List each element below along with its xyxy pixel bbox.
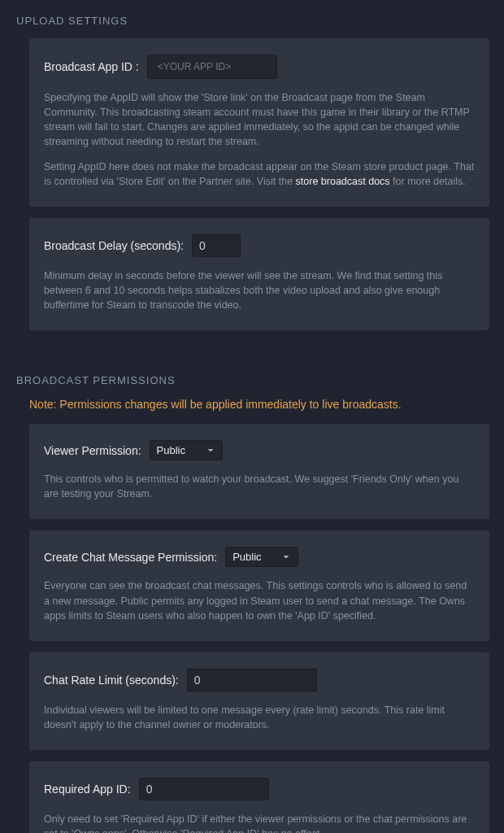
broadcast-appid-panel: Broadcast App ID : Specifying the AppID … (29, 38, 489, 207)
required-appid-input[interactable] (139, 778, 269, 800)
chat-permission-panel: Create Chat Message Permission: Public E… (29, 530, 489, 640)
broadcast-appid-desc2: Setting AppID here does not make the bro… (44, 159, 475, 189)
store-broadcast-docs-link[interactable]: store broadcast docs (296, 176, 390, 187)
broadcast-appid-desc2-post: for more details. (390, 176, 466, 187)
broadcast-delay-desc: Minimum delay in seconds before the view… (44, 268, 475, 312)
required-appid-label: Required App ID: (44, 783, 131, 796)
broadcast-appid-label: Broadcast App ID : (44, 60, 139, 73)
broadcast-appid-input[interactable] (147, 55, 277, 79)
viewer-permission-label: Viewer Permission: (44, 444, 141, 457)
chat-permission-label: Create Chat Message Permission: (44, 551, 217, 564)
broadcast-permissions-title: BROADCAST PERMISSIONS (16, 374, 489, 386)
broadcast-delay-panel: Broadcast Delay (seconds): Minimum delay… (29, 218, 489, 330)
chat-rate-limit-panel: Chat Rate Limit (seconds): Individual vi… (29, 652, 489, 750)
chat-rate-limit-label: Chat Rate Limit (seconds): (44, 674, 179, 687)
chat-rate-limit-desc: Individual viewers will be limited to on… (44, 703, 475, 732)
broadcast-appid-desc1: Specifying the AppID will show the 'Stor… (44, 90, 475, 150)
viewer-permission-select[interactable]: Public (150, 440, 223, 460)
chat-permission-desc: Everyone can see the broadcast chat mess… (44, 578, 475, 622)
broadcast-delay-label: Broadcast Delay (seconds): (44, 239, 184, 252)
viewer-permission-desc: This controls who is permitted to watch … (44, 472, 475, 501)
broadcast-delay-input[interactable] (192, 234, 241, 257)
required-appid-desc: Only need to set 'Required App ID' if ei… (44, 812, 475, 833)
upload-settings-title: UPLOAD SETTINGS (16, 15, 489, 27)
viewer-permission-panel: Viewer Permission: Public This controls … (29, 424, 489, 519)
chat-permission-select[interactable]: Public (225, 547, 298, 567)
chat-rate-limit-input[interactable] (187, 669, 317, 691)
required-appid-panel: Required App ID: Only need to set 'Requi… (29, 761, 489, 833)
permissions-note: Note: Permissions changes will be applie… (29, 398, 489, 411)
